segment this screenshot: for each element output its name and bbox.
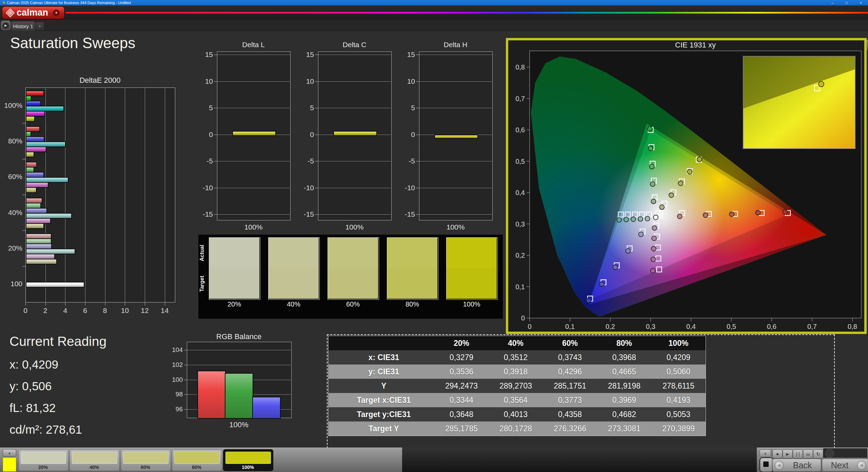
cie-measured-point [645, 216, 650, 221]
tick [165, 302, 165, 306]
cie-measured-point [677, 214, 682, 219]
deltae-chart[interactable] [25, 87, 175, 302]
calman-diamond-icon [6, 8, 15, 17]
gridline [217, 108, 290, 108]
gridline [65, 87, 65, 302]
x-tick-label: 8 [98, 307, 113, 315]
gridline [419, 108, 492, 108]
svg-text:0,4: 0,4 [686, 323, 696, 330]
cie-measured-point [650, 164, 654, 169]
gridline [419, 161, 492, 161]
transport-up-button[interactable]: ▲ [760, 450, 771, 457]
workflow-run-button[interactable]: ▶ [1, 21, 11, 30]
delta-l-chart[interactable] [217, 52, 291, 220]
cie-measured-point [729, 212, 734, 217]
table-cell: 276,3266 [543, 421, 597, 436]
delta-c-title: Delta C [318, 41, 391, 49]
y-tick-label: -15 [400, 210, 415, 218]
tick [105, 302, 105, 306]
tick [184, 380, 187, 380]
tab-history-1[interactable]: History 1 [11, 21, 35, 31]
cie-measured-point [613, 265, 617, 270]
svg-text:0,7: 0,7 [807, 323, 817, 330]
calman-menu-button[interactable]: calman ▼ [2, 6, 64, 19]
minimize-icon[interactable]: – [825, 0, 840, 5]
gridline [318, 81, 391, 82]
svg-text:0,5: 0,5 [727, 323, 736, 330]
back-label: Back [793, 460, 812, 470]
rgb-bar-green [225, 373, 253, 419]
svg-text:0,8: 0,8 [848, 323, 857, 330]
target-swatch [447, 269, 497, 299]
tick [214, 161, 217, 161]
actual-swatch [447, 238, 497, 269]
back-button[interactable]: «Back [772, 459, 821, 472]
meter-knob[interactable] [825, 449, 834, 458]
cie-measured-point [697, 157, 702, 162]
tab-add-button[interactable]: + [35, 22, 44, 31]
deltae-group-label: 100 [0, 266, 22, 302]
cie-measured-point [648, 126, 652, 131]
pattern-up-button[interactable]: ▲ [3, 449, 16, 457]
cie-measured-point [648, 146, 653, 151]
table-cell: 0,4013 [489, 407, 543, 421]
tick [214, 135, 217, 135]
cie-measured-point [653, 215, 658, 220]
saturation-data-table[interactable]: 20%40%60%80%100%x: CIE310,32790,35120,37… [328, 336, 706, 436]
pattern-swatch [123, 452, 169, 464]
svg-text:0,2: 0,2 [515, 252, 525, 259]
close-icon[interactable]: × [854, 0, 868, 5]
x-tick-label: 2 [38, 307, 53, 315]
next-button[interactable]: Next» [822, 459, 868, 472]
play-button[interactable]: ▶ [783, 450, 793, 458]
table-row-label: y: CIE31 [329, 365, 434, 379]
swatch-column-100% [446, 237, 498, 300]
deltae-group-label: 100% [0, 87, 22, 123]
current-reading-item: y: 0,506 [9, 379, 106, 393]
refresh-button[interactable]: ↻ [813, 450, 823, 458]
single-measure-button[interactable]: [·] [793, 450, 803, 458]
maximize-icon[interactable]: □ [840, 0, 854, 5]
svg-text:0: 0 [521, 314, 525, 322]
pattern-button-100%[interactable]: 100% [223, 449, 273, 471]
gridline [165, 87, 165, 302]
window-titlebar: Calman 2025 Calman Ultimate for Business… [0, 0, 868, 5]
deltae-group-label: 20% [0, 230, 22, 266]
y-tick-label: 104 [169, 346, 183, 354]
deltae-group-label: 40% [0, 195, 22, 230]
swatch-column-60% [328, 237, 379, 300]
actual-axis-label: Actual [199, 239, 206, 267]
delta-c-chart[interactable] [318, 52, 392, 220]
table-cell: 0,3344 [434, 393, 489, 407]
table-cell: 0,3536 [434, 365, 489, 379]
gridline [217, 214, 290, 215]
tick [416, 214, 419, 215]
table-cell: 294,2473 [434, 379, 489, 393]
delta-c-x-label: 100% [318, 223, 391, 231]
actual-swatch [269, 238, 319, 269]
cie-1931-chart[interactable]: CIE 1931 xy 00,10,20,30,40,50,60,70,800,… [506, 38, 867, 334]
target-swatch [269, 269, 319, 299]
pattern-button-40%[interactable]: 40% [70, 449, 120, 471]
table-cell: 270,3899 [651, 421, 706, 436]
tick [416, 161, 419, 161]
swatch-column-label: 40% [268, 300, 319, 308]
pattern-button-60%[interactable]: 60% [121, 449, 171, 471]
table-cell: 0,3512 [489, 350, 543, 365]
target-axis-label: Target [199, 270, 206, 297]
tick [416, 108, 419, 108]
continuous-measure-button[interactable]: ∞ [803, 450, 813, 458]
pattern-button-label: 80% [172, 465, 221, 470]
cie-1931-panel[interactable]: CIE 1931 xy 00,10,20,30,40,50,60,70,800,… [506, 38, 867, 334]
tick [184, 350, 187, 350]
tick [184, 365, 187, 365]
chevron-right-icon: » [857, 461, 866, 470]
pattern-button-20%[interactable]: 20% [18, 449, 68, 471]
pattern-button-label: 20% [19, 465, 67, 470]
stop-button[interactable]: ■ [772, 450, 783, 458]
pattern-button-80%[interactable]: 80% [172, 449, 222, 471]
tick [214, 81, 217, 82]
deltae-group-label: 60% [0, 159, 22, 195]
page-title: Saturation Sweeps [10, 35, 135, 52]
calman-app-window: Calman 2025 Calman Ultimate for Business… [0, 0, 868, 472]
